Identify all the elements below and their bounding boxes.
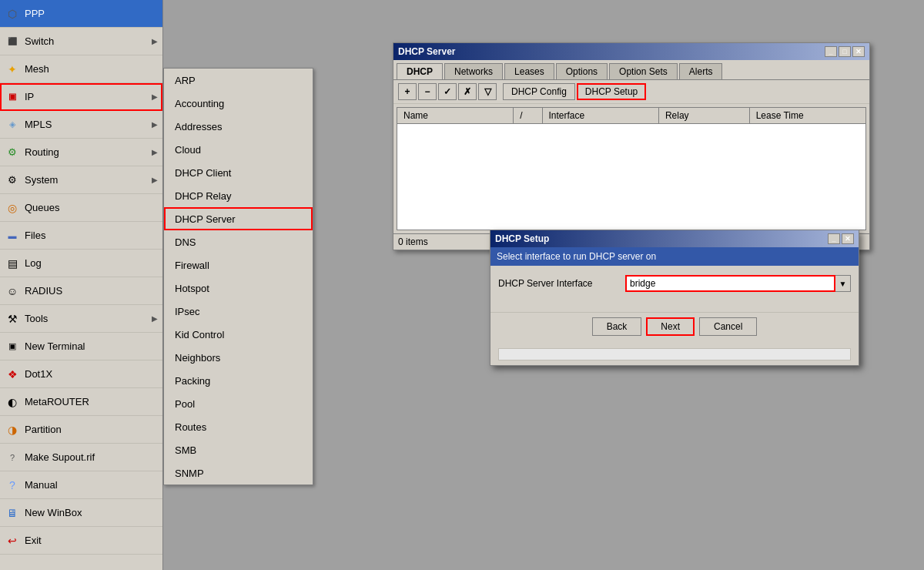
sidebar-item-radius[interactable]: ☺ RADIUS <box>0 277 162 305</box>
sidebar-item-partition[interactable]: ◑ Partition <box>0 416 162 444</box>
sidebar-item-exit[interactable]: ↩ Exit <box>0 527 162 555</box>
sidebar-item-mpls[interactable]: ◈ MPLS ▶ <box>0 111 162 139</box>
routing-icon: ⚙ <box>5 145 20 160</box>
dhcp-setup-titlebar: DHCP Setup _ ✕ <box>490 230 859 247</box>
submenu-dhcp-relay[interactable]: DHCP Relay <box>164 184 313 207</box>
sidebar-label-log: Log <box>25 257 158 269</box>
sidebar-item-dot1x[interactable]: ❖ Dot1X <box>0 360 162 388</box>
sidebar-item-mesh[interactable]: ✦ Mesh <box>0 55 162 83</box>
tab-alerts[interactable]: Alerts <box>679 63 723 79</box>
sidebar-item-metarouter[interactable]: ◐ MetaROUTER <box>0 388 162 416</box>
dhcp-setup-title: DHCP Setup <box>495 233 549 244</box>
tools-icon: ⚒ <box>5 311 20 327</box>
tab-networks[interactable]: Networks <box>444 63 503 79</box>
sidebar-item-routing[interactable]: ⚙ Routing ▶ <box>0 139 162 166</box>
sidebar-item-ppp[interactable]: ⬡ PPP <box>0 0 162 28</box>
sidebar-item-ip[interactable]: ▣ IP ▶ <box>0 83 162 111</box>
submenu-packing[interactable]: Packing <box>164 369 313 392</box>
filter-button[interactable]: ▽ <box>478 83 497 100</box>
col-name: Name <box>397 108 514 123</box>
dialog-progress-bar <box>498 348 851 360</box>
sidebar-label-metarouter: MetaROUTER <box>25 396 158 407</box>
sidebar-item-queues[interactable]: ◎ Queues <box>0 194 162 222</box>
dialog-footer: Back Next Cancel <box>490 312 859 344</box>
sidebar-item-files[interactable]: ▬ Files <box>0 222 162 250</box>
sidebar-item-manual[interactable]: ? Manual <box>0 471 162 499</box>
interface-input[interactable] <box>625 275 835 292</box>
next-button[interactable]: Next <box>646 317 695 336</box>
sidebar-item-system[interactable]: ⚙ System ▶ <box>0 166 162 194</box>
tab-option-sets[interactable]: Option Sets <box>609 63 678 79</box>
submenu-firewall[interactable]: Firewall <box>164 253 313 277</box>
dhcp-relay-label: DHCP Relay <box>175 190 231 202</box>
cloud-label: Cloud <box>175 144 201 156</box>
ip-arrow: ▶ <box>152 92 158 101</box>
sidebar-label-new-terminal: New Terminal <box>25 340 158 352</box>
add-button[interactable]: + <box>398 83 417 100</box>
submenu-arp[interactable]: ARP <box>164 69 313 92</box>
interface-row: DHCP Server Interface ▼ <box>498 275 851 292</box>
sidebar-label-mpls: MPLS <box>25 119 152 130</box>
sidebar-label-queues: Queues <box>25 202 158 213</box>
sidebar: ⬡ PPP ⬛ Switch ▶ ✦ Mesh ▣ IP ▶ ◈ MPLS ▶ … <box>0 0 163 570</box>
dhcp-setup-dialog: DHCP Setup _ ✕ Select interface to run D… <box>490 230 859 366</box>
submenu-addresses[interactable]: Addresses <box>164 115 313 138</box>
dhcp-server-titlebar: DHCP Server _ □ ✕ <box>393 43 869 60</box>
remove-button[interactable]: − <box>418 83 437 100</box>
dhcp-setup-button[interactable]: DHCP Setup <box>577 83 646 100</box>
dialog-window-controls: _ ✕ <box>828 233 854 244</box>
partition-icon: ◑ <box>5 422 20 438</box>
dns-label: DNS <box>175 236 196 248</box>
interface-input-wrapper: ▼ <box>625 275 851 292</box>
sidebar-label-makesupoutrif: Make Supout.rif <box>25 451 158 463</box>
dhcp-config-button[interactable]: DHCP Config <box>503 83 575 100</box>
submenu-kid-control[interactable]: Kid Control <box>164 323 313 346</box>
submenu-neighbors[interactable]: Neighbors <box>164 346 313 369</box>
maximize-button[interactable]: □ <box>839 46 851 57</box>
dhcp-client-label: DHCP Client <box>175 167 231 179</box>
exit-icon: ↩ <box>5 533 20 548</box>
interface-dropdown-button[interactable]: ▼ <box>835 275 851 292</box>
snmp-label: SNMP <box>175 468 204 479</box>
sidebar-item-newwinbox[interactable]: 🖥 New WinBox <box>0 499 162 527</box>
submenu-smb[interactable]: SMB <box>164 438 313 461</box>
sidebar-item-switch[interactable]: ⬛ Switch ▶ <box>0 28 162 55</box>
minimize-button[interactable]: _ <box>825 46 837 57</box>
accounting-label: Accounting <box>175 98 224 109</box>
dialog-close-button[interactable]: ✕ <box>842 233 854 244</box>
hotspot-label: Hotspot <box>175 283 209 294</box>
submenu-dhcp-client[interactable]: DHCP Client <box>164 161 313 184</box>
check-button[interactable]: ✓ <box>438 83 457 100</box>
radius-icon: ☺ <box>5 283 20 299</box>
close-button[interactable]: ✕ <box>852 46 865 57</box>
dot1x-icon: ❖ <box>5 367 20 382</box>
submenu-hotspot[interactable]: Hotspot <box>164 277 313 300</box>
packing-label: Packing <box>175 375 210 387</box>
submenu-snmp[interactable]: SNMP <box>164 461 313 484</box>
tab-leases[interactable]: Leases <box>504 63 554 79</box>
ipsec-label: IPsec <box>175 306 200 317</box>
sidebar-item-tools[interactable]: ⚒ Tools ▶ <box>0 305 162 333</box>
cross-button[interactable]: ✗ <box>458 83 477 100</box>
tab-options[interactable]: Options <box>556 63 608 79</box>
ppp-icon: ⬡ <box>5 6 20 22</box>
neighbors-label: Neighbors <box>175 352 220 364</box>
submenu-ipsec[interactable]: IPsec <box>164 300 313 323</box>
newwinbox-icon: 🖥 <box>5 505 20 521</box>
submenu-dns[interactable]: DNS <box>164 230 313 253</box>
sidebar-item-log[interactable]: ▤ Log <box>0 250 162 277</box>
sidebar-item-makesupoutrif[interactable]: ? Make Supout.rif <box>0 444 162 471</box>
sidebar-item-new-terminal[interactable]: ▣ New Terminal <box>0 333 162 360</box>
cancel-button[interactable]: Cancel <box>699 317 757 336</box>
routing-arrow: ▶ <box>152 148 158 156</box>
dialog-minimize-button[interactable]: _ <box>828 233 840 244</box>
submenu-dhcp-server[interactable]: DHCP Server <box>164 207 313 230</box>
submenu-accounting[interactable]: Accounting <box>164 92 313 115</box>
submenu-cloud[interactable]: Cloud <box>164 138 313 161</box>
sidebar-label-dot1x: Dot1X <box>25 368 158 380</box>
submenu-routes[interactable]: Routes <box>164 415 313 438</box>
back-button[interactable]: Back <box>592 317 642 336</box>
addresses-label: Addresses <box>175 121 222 132</box>
submenu-pool[interactable]: Pool <box>164 392 313 415</box>
tab-dhcp[interactable]: DHCP <box>397 63 443 79</box>
